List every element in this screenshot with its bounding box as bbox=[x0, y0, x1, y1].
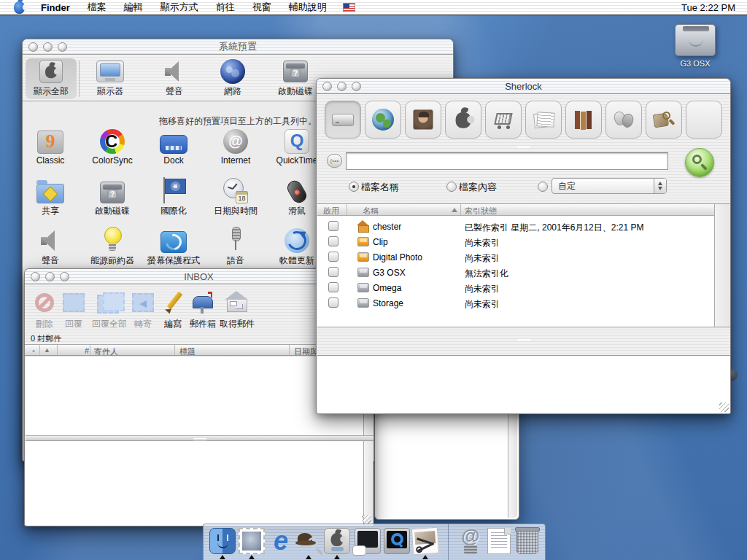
mailbox-button[interactable]: 郵件箱 bbox=[188, 289, 217, 330]
menu-help[interactable]: 輔助說明 bbox=[280, 1, 336, 14]
volume-row-omega[interactable]: Omega尚未索引 bbox=[317, 280, 713, 295]
desktop-volume-g3osx[interactable]: G3 OSX bbox=[671, 24, 719, 68]
status-column-header[interactable]: 索引狀態 bbox=[465, 206, 497, 217]
channel-reference[interactable] bbox=[565, 101, 602, 139]
pref-startup-disk[interactable]: ? 啟動磁碟 bbox=[83, 176, 142, 217]
splitter[interactable] bbox=[26, 435, 374, 441]
enable-checkbox[interactable] bbox=[328, 252, 338, 262]
dock-internet-explorer[interactable]: e bbox=[266, 526, 295, 556]
menu-clock[interactable]: Tue 2:22 PM bbox=[681, 2, 735, 13]
pref-energy-saver[interactable]: 能源節約器 bbox=[83, 225, 142, 267]
dock-finder[interactable] bbox=[208, 526, 237, 556]
pref-colorsync[interactable]: C ColorSync bbox=[83, 126, 142, 166]
input-menu-flag-icon[interactable] bbox=[343, 3, 355, 12]
pref-classic[interactable]: 9 Classic bbox=[21, 126, 80, 166]
menu-view[interactable]: 顯示方式 bbox=[152, 1, 207, 14]
dock-document[interactable] bbox=[484, 526, 514, 556]
volume-row-clip[interactable]: Clip尚未索引 bbox=[317, 234, 713, 249]
enable-checkbox[interactable] bbox=[328, 282, 338, 292]
dock-displays[interactable] bbox=[353, 526, 382, 556]
splitter-grip[interactable] bbox=[517, 338, 530, 342]
channel-internet[interactable] bbox=[365, 101, 401, 139]
get-mail-button[interactable]: 取得郵件 bbox=[218, 289, 256, 330]
enable-checkbox[interactable] bbox=[328, 267, 338, 277]
toolbar-sound[interactable]: 聲音 bbox=[149, 58, 200, 98]
subject-column-header[interactable]: 標題 bbox=[179, 346, 196, 357]
dock-mail-link[interactable]: @ bbox=[456, 526, 485, 556]
radio-file-name[interactable] bbox=[349, 182, 359, 192]
sort-column-header[interactable]: ▲ bbox=[44, 346, 50, 354]
pref-speech[interactable]: 語音 bbox=[206, 225, 265, 267]
pref-sound[interactable]: 聲音 bbox=[21, 225, 80, 267]
scrollbar[interactable] bbox=[714, 204, 730, 327]
dock-trash[interactable] bbox=[513, 526, 542, 556]
sender-column-header[interactable]: 寄件人 bbox=[94, 346, 118, 357]
scrollbar[interactable] bbox=[363, 441, 374, 526]
minimize-button[interactable] bbox=[43, 42, 53, 52]
minimize-button[interactable] bbox=[337, 82, 347, 91]
minimize-button[interactable] bbox=[45, 272, 55, 281]
menu-file[interactable]: 檔案 bbox=[79, 1, 115, 14]
list-header[interactable]: 啟用 名稱 索引狀態 bbox=[317, 204, 730, 216]
reply-all-button[interactable]: 回覆全部 bbox=[89, 289, 130, 330]
search-input[interactable] bbox=[346, 152, 668, 170]
reply-button[interactable]: 回覆 bbox=[61, 289, 86, 330]
forward-button[interactable]: 轉寄 bbox=[130, 289, 156, 330]
radio-file-content[interactable] bbox=[446, 182, 457, 192]
hard-disk-icon[interactable] bbox=[675, 24, 716, 56]
zoom-button[interactable] bbox=[58, 42, 67, 52]
enable-checkbox[interactable] bbox=[328, 221, 338, 231]
toolbar-displays[interactable]: 顯示器 bbox=[85, 58, 136, 98]
close-button[interactable] bbox=[322, 82, 332, 91]
resize-grip[interactable] bbox=[719, 402, 729, 412]
compose-button[interactable]: 編寫 bbox=[160, 289, 186, 330]
volume-row-digital-photo[interactable]: Digital Photo尚未索引 bbox=[317, 249, 713, 265]
channel-entertainment[interactable] bbox=[605, 101, 642, 139]
channel-people[interactable] bbox=[405, 101, 441, 139]
dock-sherlock[interactable] bbox=[294, 526, 323, 556]
volume-row-storage[interactable]: Storage尚未索引 bbox=[317, 295, 713, 311]
zoom-button[interactable] bbox=[352, 82, 361, 91]
menu-edit[interactable]: 編輯 bbox=[115, 1, 152, 14]
menu-finder[interactable]: Finder bbox=[32, 2, 79, 13]
date-column-header[interactable]: 日期與 bbox=[294, 346, 318, 357]
apple-menu-icon[interactable] bbox=[14, 1, 25, 14]
dock-grab[interactable] bbox=[411, 526, 440, 556]
dock-mail[interactable] bbox=[237, 526, 266, 556]
pref-sharing[interactable]: 共享 bbox=[21, 176, 80, 217]
volume-row-chester[interactable]: chester已製作索引 星期二, 2001年6月12日、2:21 PM bbox=[317, 219, 713, 234]
system-prefs-titlebar[interactable]: 系統預置 bbox=[23, 39, 453, 55]
pref-international[interactable]: 國際化 bbox=[144, 176, 203, 217]
close-button[interactable] bbox=[31, 272, 40, 281]
dock-quicktime[interactable] bbox=[382, 526, 411, 556]
radio-custom[interactable] bbox=[538, 182, 548, 192]
enable-checkbox[interactable] bbox=[328, 236, 338, 246]
toolbar-show-all[interactable]: 顯示全部 bbox=[26, 58, 77, 99]
pref-internet[interactable]: @ Internet bbox=[206, 126, 265, 166]
search-button[interactable] bbox=[685, 148, 714, 177]
channel-empty[interactable] bbox=[686, 101, 722, 139]
number-column-header[interactable]: # bbox=[85, 346, 89, 355]
delete-button[interactable]: 刪除 bbox=[31, 289, 58, 330]
sherlock-titlebar[interactable]: Sherlock bbox=[317, 79, 730, 94]
toolbar-network[interactable]: 網路 bbox=[207, 58, 258, 98]
dock-system-prefs[interactable] bbox=[322, 526, 352, 556]
enabled-column-header[interactable]: 啟用 bbox=[323, 206, 339, 217]
pref-dock[interactable]: Dock bbox=[144, 126, 203, 166]
enable-checkbox[interactable] bbox=[328, 298, 338, 308]
channel-apple[interactable] bbox=[445, 101, 481, 139]
channel-my-channel[interactable] bbox=[646, 101, 682, 139]
read-column-header[interactable]: • bbox=[32, 346, 35, 355]
pref-date-time[interactable]: 18 日期與時間 bbox=[206, 176, 265, 217]
recent-searches-button[interactable]: (••• bbox=[327, 154, 342, 168]
volume-row-g3osx[interactable]: G3 OSX無法索引化 bbox=[317, 265, 713, 280]
channel-shopping[interactable] bbox=[485, 101, 522, 139]
custom-select[interactable]: 自定 bbox=[551, 178, 667, 194]
channel-news[interactable] bbox=[525, 101, 562, 139]
menu-window[interactable]: 視窗 bbox=[244, 1, 280, 14]
name-column-header[interactable]: 名稱 bbox=[363, 206, 379, 217]
channel-files[interactable] bbox=[325, 101, 361, 139]
zoom-button[interactable] bbox=[60, 272, 69, 281]
pref-screen-saver[interactable]: 螢幕保護程式 bbox=[144, 225, 203, 267]
close-button[interactable] bbox=[28, 42, 38, 52]
